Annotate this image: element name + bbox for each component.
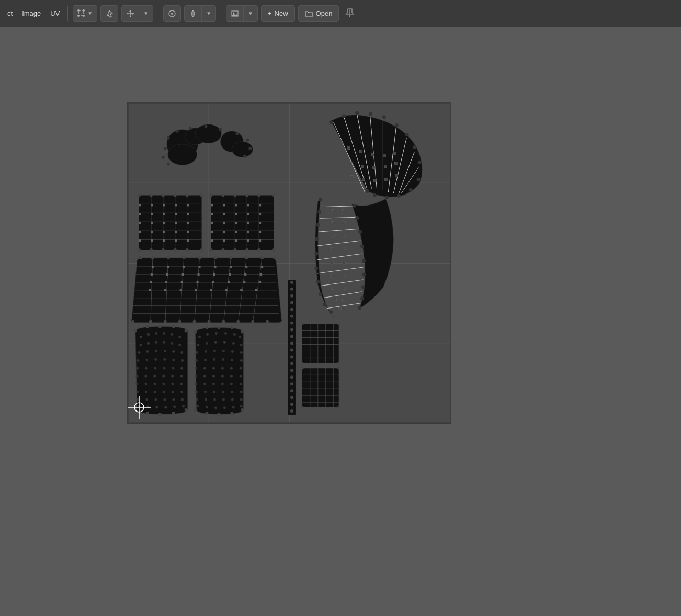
svg-point-331 — [136, 367, 139, 370]
uv-viewport[interactable] — [127, 102, 451, 424]
svg-point-440 — [290, 294, 293, 298]
svg-rect-289 — [149, 289, 151, 291]
svg-rect-122 — [139, 222, 141, 224]
svg-point-158 — [272, 248, 275, 252]
svg-point-342 — [180, 375, 183, 378]
svg-point-422 — [222, 391, 224, 393]
svg-rect-215 — [332, 247, 334, 250]
svg-point-252 — [245, 256, 248, 259]
folder-icon — [305, 10, 313, 17]
svg-rect-268 — [199, 266, 201, 268]
svg-rect-293 — [210, 289, 212, 291]
svg-rect-76 — [360, 151, 362, 153]
svg-point-454 — [290, 389, 293, 392]
svg-point-390 — [205, 350, 207, 353]
svg-point-372 — [194, 408, 197, 412]
move-btn[interactable] — [122, 6, 139, 21]
svg-point-439 — [290, 288, 293, 291]
svg-rect-81 — [361, 165, 364, 168]
svg-point-149 — [233, 193, 236, 197]
svg-point-336 — [180, 367, 183, 370]
svg-rect-226 — [343, 275, 346, 277]
plus-icon: + — [268, 9, 272, 17]
svg-point-107 — [150, 248, 153, 252]
svg-rect-89 — [395, 175, 398, 177]
svg-point-484 — [301, 406, 303, 409]
svg-point-341 — [171, 375, 174, 378]
svg-point-310 — [163, 332, 165, 335]
svg-point-402 — [203, 367, 206, 370]
svg-point-65 — [395, 123, 399, 127]
svg-rect-292 — [195, 289, 197, 291]
uv-island-body — [131, 256, 282, 323]
svg-point-108 — [162, 248, 165, 252]
new-button[interactable]: + New — [261, 5, 295, 22]
svg-point-207 — [362, 259, 366, 263]
uv-island-vertical-strip — [288, 280, 296, 415]
proportional-btn[interactable] — [185, 6, 202, 21]
svg-point-299 — [158, 325, 162, 328]
svg-rect-458 — [302, 324, 339, 363]
svg-point-247 — [167, 256, 170, 259]
select-box-btn[interactable]: ▼ — [73, 6, 97, 21]
svg-point-201 — [323, 303, 326, 306]
svg-rect-134 — [163, 239, 165, 242]
svg-point-417 — [230, 383, 233, 385]
menu-ct[interactable]: ct — [4, 7, 16, 19]
svg-rect-179 — [211, 239, 213, 242]
svg-point-434 — [223, 407, 226, 409]
menu-image[interactable]: Image — [19, 7, 44, 19]
svg-point-386 — [223, 341, 226, 344]
svg-rect-276 — [198, 273, 200, 276]
svg-point-156 — [245, 248, 248, 252]
svg-point-379 — [215, 332, 218, 335]
svg-point-203 — [353, 204, 356, 208]
cursor-crosshair — [128, 396, 151, 419]
svg-point-375 — [230, 412, 233, 415]
image-display-icon — [231, 9, 239, 18]
svg-point-392 — [222, 350, 225, 352]
proportional-chevron-btn[interactable]: ▼ — [202, 6, 215, 21]
svg-point-41 — [189, 127, 192, 130]
image-display-chevron-btn[interactable]: ▼ — [244, 6, 257, 21]
svg-rect-133 — [151, 239, 153, 242]
svg-point-420 — [204, 391, 207, 393]
crosshair-icon — [128, 396, 151, 419]
svg-point-197 — [314, 252, 318, 256]
svg-point-478 — [301, 323, 303, 325]
svg-rect-269 — [214, 266, 216, 268]
open-button[interactable]: Open — [298, 5, 339, 22]
svg-point-482 — [301, 367, 303, 370]
svg-point-447 — [290, 342, 293, 345]
cursor-tool-group — [100, 5, 118, 22]
svg-rect-275 — [182, 273, 184, 276]
svg-point-40 — [176, 130, 179, 133]
svg-rect-282 — [165, 281, 167, 283]
circle-select-btn[interactable] — [164, 6, 180, 21]
svg-point-452 — [290, 375, 293, 379]
select-tool-group: ▼ — [73, 5, 97, 22]
image-display-btn[interactable] — [226, 6, 244, 21]
svg-point-366 — [182, 405, 185, 408]
svg-point-430 — [240, 398, 243, 401]
svg-point-397 — [213, 358, 215, 361]
svg-point-376 — [241, 408, 244, 412]
pin-button[interactable] — [342, 6, 358, 21]
move-chevron-btn[interactable]: ▼ — [139, 6, 153, 21]
svg-point-431 — [197, 405, 199, 408]
svg-rect-75 — [348, 147, 350, 150]
select-box-icon — [77, 9, 86, 18]
menu-uv[interactable]: UV — [47, 7, 63, 19]
svg-point-211 — [358, 306, 361, 310]
svg-rect-176 — [235, 231, 237, 233]
svg-point-70 — [409, 188, 413, 192]
svg-point-330 — [181, 359, 184, 362]
svg-point-256 — [149, 320, 152, 323]
toolbar: ct Image UV ▼ — [0, 0, 681, 27]
svg-rect-270 — [230, 266, 232, 268]
svg-rect-137 — [211, 195, 274, 250]
svg-point-450 — [290, 362, 293, 365]
svg-rect-132 — [139, 239, 141, 242]
svg-point-326 — [145, 359, 148, 361]
cursor-btn[interactable] — [101, 6, 118, 21]
